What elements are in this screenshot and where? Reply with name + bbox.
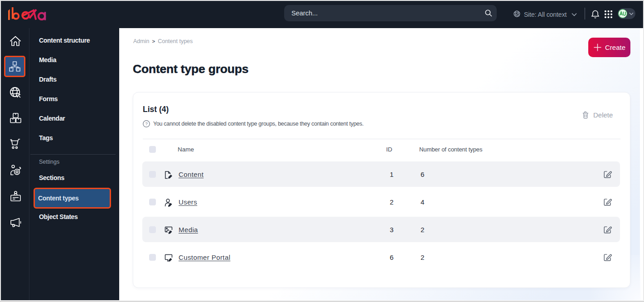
svg-text:?: ?: [145, 121, 148, 126]
